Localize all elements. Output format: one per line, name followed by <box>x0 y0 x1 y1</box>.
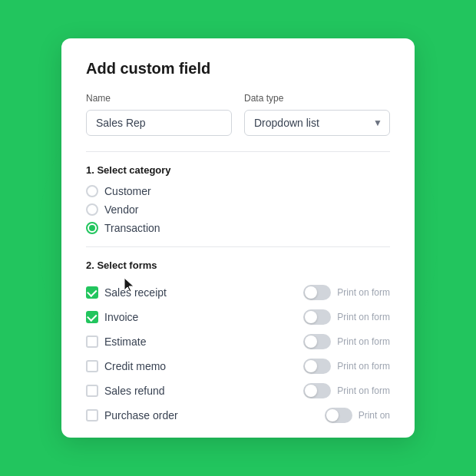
name-label: Name <box>86 93 232 104</box>
form-item-right-estimate: Print on form <box>303 334 390 349</box>
toggle-sales-receipt[interactable] <box>303 285 331 300</box>
form-item-credit-memo: Credit memo Print on form <box>86 354 390 378</box>
data-type-select[interactable]: Dropdown list <box>244 110 390 136</box>
form-item-purchase-order: Purchase order Print on <box>86 403 390 428</box>
section1-title: 1. Select category <box>86 164 390 176</box>
radio-transaction-input[interactable] <box>86 222 98 234</box>
form-item-right-credit-memo: Print on form <box>303 359 390 374</box>
field-row: Name Data type Dropdown list ▼ <box>86 93 390 136</box>
radio-customer[interactable]: Customer <box>86 185 390 197</box>
modal-title: Add custom field <box>86 60 390 78</box>
radio-customer-input[interactable] <box>86 185 98 197</box>
form-item-right-purchase-order: Print on <box>325 408 390 423</box>
toggle-estimate[interactable] <box>303 334 331 349</box>
form-item-sales-receipt: Sales receipt Print on form <box>86 280 390 305</box>
toggle-knob-purchase-order <box>326 409 339 421</box>
divider-2 <box>86 246 390 247</box>
toggle-label-sales-refund: Print on form <box>337 385 390 396</box>
checkbox-credit-memo[interactable] <box>86 360 98 372</box>
toggle-invoice[interactable] <box>303 309 331 325</box>
radio-vendor-label: Vendor <box>104 203 138 216</box>
label-sales-refund: Sales refund <box>104 385 165 397</box>
label-sales-receipt: Sales receipt <box>104 286 167 299</box>
label-purchase-order: Purchase order <box>104 409 178 421</box>
toggle-knob-invoice <box>305 311 317 323</box>
toggle-sales-refund[interactable] <box>303 383 331 398</box>
toggle-label-estimate: Print on form <box>337 336 390 347</box>
toggle-knob-estimate <box>305 336 317 348</box>
radio-transaction-label: Transaction <box>104 222 160 234</box>
data-type-wrapper: Dropdown list ▼ <box>244 110 390 136</box>
checkbox-sales-refund[interactable] <box>86 385 98 397</box>
form-item-left-estimate: Estimate <box>86 336 146 348</box>
toggle-knob-credit-memo <box>305 360 317 372</box>
data-type-group: Data type Dropdown list ▼ <box>244 93 390 136</box>
label-invoice: Invoice <box>104 311 138 323</box>
form-item-right-sales-refund: Print on form <box>303 383 390 398</box>
toggle-label-purchase-order: Print on <box>359 410 390 421</box>
label-credit-memo: Credit memo <box>104 360 166 372</box>
toggle-knob-sales-receipt <box>305 286 317 299</box>
form-item-sales-refund: Sales refund Print on form <box>86 378 390 403</box>
form-item-right-sales-receipt: Print on form <box>303 285 390 300</box>
radio-customer-label: Customer <box>104 185 151 197</box>
checkbox-sales-receipt[interactable] <box>86 286 98 299</box>
radio-transaction[interactable]: Transaction <box>86 222 390 234</box>
toggle-credit-memo[interactable] <box>303 359 331 374</box>
checkbox-estimate[interactable] <box>86 336 98 348</box>
data-type-label: Data type <box>244 93 390 104</box>
form-item-right-invoice: Print on form <box>303 309 390 325</box>
name-input[interactable] <box>86 110 232 136</box>
category-radio-group: Customer Vendor Transaction <box>86 185 390 234</box>
toggle-label-invoice: Print on form <box>337 312 390 322</box>
form-item-left-credit-memo: Credit memo <box>86 360 166 372</box>
toggle-label-credit-memo: Print on form <box>337 361 390 372</box>
form-item-invoice: Invoice Print on form <box>86 305 390 329</box>
toggle-label-sales-receipt: Print on form <box>337 287 390 298</box>
section2-title: 2. Select forms <box>86 259 390 271</box>
name-group: Name <box>86 93 232 136</box>
modal-container: Add custom field Name Data type Dropdown… <box>61 38 415 438</box>
toggle-knob-sales-refund <box>305 385 317 397</box>
form-item-left-sales-receipt: Sales receipt <box>86 286 167 299</box>
radio-vendor[interactable]: Vendor <box>86 203 390 216</box>
label-estimate: Estimate <box>104 336 146 348</box>
form-item-left-invoice: Invoice <box>86 311 138 323</box>
checkbox-purchase-order[interactable] <box>86 409 98 421</box>
forms-list: Sales receipt Print on form Invoice Prin… <box>86 280 390 428</box>
radio-vendor-input[interactable] <box>86 203 98 216</box>
form-item-left-sales-refund: Sales refund <box>86 385 165 397</box>
checkbox-invoice[interactable] <box>86 311 98 323</box>
form-item-left-purchase-order: Purchase order <box>86 409 178 421</box>
radio-dot <box>89 225 95 231</box>
toggle-purchase-order[interactable] <box>325 408 352 423</box>
divider-1 <box>86 151 390 152</box>
form-item-estimate: Estimate Print on form <box>86 329 390 354</box>
